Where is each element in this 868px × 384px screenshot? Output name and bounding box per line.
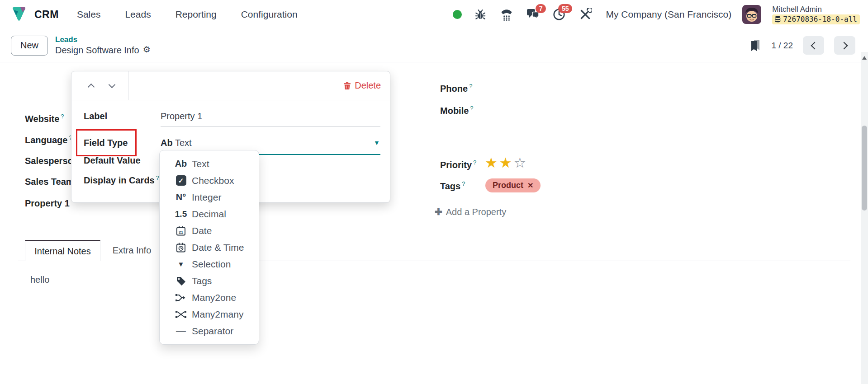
dropdown-item-decimal[interactable]: 1.5 Decimal [160, 206, 259, 222]
help-icon: ? [469, 83, 472, 89]
user-name: Mitchell Admin [772, 5, 860, 14]
chevron-right-icon [840, 42, 848, 49]
dropdown-item-selection[interactable]: ▼ Selection [160, 256, 259, 272]
breadcrumb-leads-link[interactable]: Leads [55, 35, 151, 44]
popover-default-value-title: Default Value [84, 155, 141, 166]
chevron-up-icon [87, 83, 95, 90]
vertical-scrollbar[interactable] [861, 52, 868, 384]
integer-icon: N° [173, 192, 189, 202]
datetime-icon [173, 242, 189, 253]
help-icon: ? [156, 174, 159, 181]
mobile-input[interactable] [514, 105, 695, 117]
add-property-button[interactable]: ✚ Add a Property [435, 206, 506, 217]
new-button[interactable]: New [11, 36, 48, 56]
navbar-systray: 7 55 My Company (San Francisco) [453, 5, 860, 24]
dropdown-item-text[interactable]: Ab Text [160, 155, 259, 172]
dropdown-item-many2many[interactable]: Many2many [160, 306, 259, 323]
tag-product: Product ✕ [485, 178, 541, 192]
user-menu[interactable]: Mitchell Admin 72670836-18-0-all [772, 5, 860, 24]
breadcrumb-current: Design Software Info ⚙ [55, 45, 151, 56]
phone-input[interactable] [514, 83, 695, 94]
field-label-property-1: Property 1 [25, 198, 70, 209]
online-status-icon [453, 10, 462, 19]
dropdown-item-date[interactable]: 21 Date [160, 222, 259, 239]
voip-phone-icon[interactable] [499, 7, 514, 22]
tag-remove-icon[interactable]: ✕ [527, 181, 533, 190]
app-name[interactable]: CRM [34, 9, 59, 21]
selection-icon: ▼ [173, 260, 189, 268]
scrollbar-thumb[interactable] [862, 126, 867, 211]
star-empty-icon[interactable]: ☆ [514, 155, 528, 171]
pager-next-button[interactable] [834, 36, 855, 55]
tags-icon [173, 276, 189, 286]
tab-internal-notes[interactable]: Internal Notes [25, 240, 100, 261]
field-label-website: Website? [25, 113, 64, 124]
text-icon: Ab [173, 159, 189, 169]
dropdown-item-many2one[interactable]: Many2one [160, 289, 259, 306]
dropdown-item-checkbox[interactable]: ✓ Checkbox [160, 172, 259, 189]
property-label-input[interactable]: Property 1 [161, 111, 380, 122]
scroll-up-arrow-icon[interactable] [862, 56, 867, 60]
db-version-text: 72670836-18-0-all [783, 15, 857, 24]
decimal-icon: 1.5 [173, 209, 189, 219]
activities-clock-icon[interactable]: 55 [551, 7, 567, 22]
crm-app-icon[interactable] [10, 5, 28, 23]
date-icon: 21 [173, 225, 189, 236]
priority-stars[interactable]: ★★☆ [485, 155, 528, 171]
pager-previous-button[interactable] [803, 36, 824, 55]
menu-leads[interactable]: Leads [125, 9, 151, 20]
help-icon: ? [61, 113, 64, 120]
move-property-down-button[interactable] [101, 77, 122, 95]
bookmark-icon[interactable] [749, 39, 761, 52]
debug-tools-icon[interactable] [578, 7, 593, 22]
menu-sales[interactable]: Sales [77, 9, 101, 20]
menu-configuration[interactable]: Configuration [241, 9, 298, 20]
dropdown-item-tags[interactable]: Tags [160, 272, 259, 289]
pager-area: 1 / 22 [749, 36, 855, 55]
messages-count-badge: 7 [536, 4, 546, 13]
pager-value[interactable]: 1 / 22 [771, 41, 793, 51]
menu-reporting[interactable]: Reporting [175, 9, 217, 20]
delete-property-button[interactable]: Delete [343, 80, 381, 91]
star-filled-icon[interactable]: ★ [485, 155, 499, 171]
label-input-underline [161, 126, 380, 127]
tab-extra-info[interactable]: Extra Info [100, 240, 164, 261]
bug-icon[interactable] [473, 7, 488, 22]
star-filled-icon[interactable]: ★ [499, 155, 514, 171]
field-type-select[interactable]: Ab Text [161, 138, 380, 148]
checkbox-icon: ✓ [173, 175, 189, 186]
move-property-up-button[interactable] [81, 77, 101, 95]
tag-label: Product [493, 181, 523, 190]
trash-icon [343, 81, 351, 90]
many2many-icon [173, 310, 189, 318]
popover-display-in-cards-title: Display in Cards? [84, 174, 159, 186]
many2one-icon [173, 294, 189, 302]
help-icon: ? [470, 105, 473, 112]
top-navbar: CRM Sales Leads Reporting Configuration [0, 0, 868, 29]
messages-icon[interactable]: 7 [525, 7, 541, 22]
header-divider [128, 71, 129, 100]
field-label-sales-team: Sales Team [25, 177, 74, 187]
breadcrumb: Leads Design Software Info ⚙ [55, 35, 151, 55]
dropdown-item-separator[interactable]: — Separator [160, 323, 259, 339]
company-switcher[interactable]: My Company (San Francisco) [606, 9, 731, 20]
chevron-down-icon [108, 81, 115, 89]
sheet-top-divider [0, 62, 861, 62]
control-panel: New Leads Design Software Info ⚙ 1 / 22 [0, 29, 868, 62]
crm-app-screen: CRM Sales Leads Reporting Configuration [0, 0, 868, 384]
plus-icon: ✚ [435, 206, 442, 217]
gear-icon[interactable]: ⚙ [143, 45, 151, 55]
record-title: Design Software Info [55, 45, 139, 56]
chevron-left-icon [811, 42, 818, 49]
select-caret-icon[interactable]: ▼ [374, 139, 380, 146]
help-icon: ? [473, 159, 476, 166]
navbar-left: CRM Sales Leads Reporting Configuration [10, 5, 316, 23]
avatar[interactable] [742, 5, 761, 24]
dropdown-item-datetime[interactable]: Date & Time [160, 239, 259, 256]
dropdown-item-integer[interactable]: N° Integer [160, 189, 259, 206]
field-label-language: Language? [25, 134, 72, 145]
field-type-dropdown: Ab Text ✓ Checkbox N° Integer 1.5 Decima… [159, 150, 259, 345]
notes-editor[interactable]: hello [30, 275, 49, 285]
field-label-mobile: Mobile? [440, 105, 474, 116]
field-label-tags: Tags? [440, 180, 465, 192]
